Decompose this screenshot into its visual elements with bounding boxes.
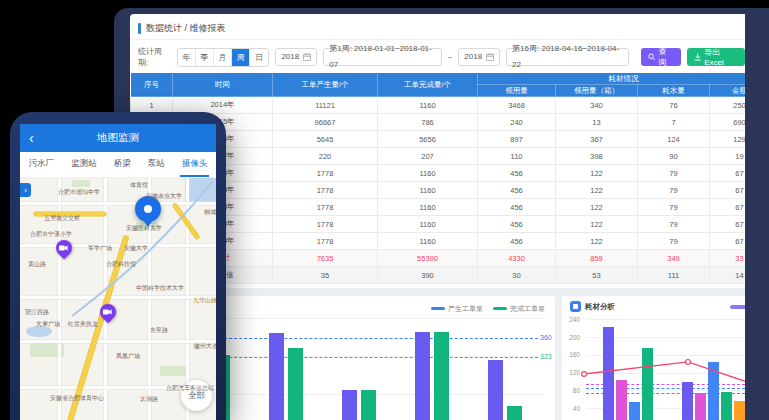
map-label: 大摩广场: [36, 320, 60, 329]
reference-line: [174, 338, 538, 339]
gridline: [586, 319, 745, 320]
period-option-月[interactable]: 月: [214, 49, 232, 66]
phone-tab-bar: 污水厂监测站桥梁泵站摄像头: [20, 152, 216, 178]
download-icon: [694, 53, 702, 61]
column-header: 工单完成量/个: [378, 73, 478, 97]
work-order-chart-legend: 产生工单量完成工单量: [431, 304, 545, 314]
y-axis-label: 120: [562, 369, 580, 376]
bar-产生工单量-3: [342, 390, 357, 420]
sub-column-header: 领用量（箱）: [556, 85, 638, 97]
map-label: 安徽省合肥体育中心: [50, 394, 104, 403]
filter-label: 统计周期:: [138, 46, 171, 68]
map-label: 安徽农业大学: [146, 192, 182, 201]
period-option-日[interactable]: 日: [250, 49, 268, 66]
y-axis-label: 240: [562, 316, 580, 323]
map-label: 安徽医科大学: [126, 224, 162, 233]
phone-mockup: ‹ 地图监测 污水厂监测站桥梁泵站摄像头: [10, 112, 226, 420]
chart-title-icon: [570, 301, 581, 312]
phone-app-title: 地图监测: [97, 131, 139, 145]
header-divider: [130, 39, 745, 40]
map-label: 合肥汽车客运总站: [166, 384, 214, 393]
bar-magenta-1: [616, 380, 627, 420]
filter-bar: 统计周期: 年季月周日 2018 第1周: 2018-01-01~2018-01…: [138, 46, 745, 68]
start-week-range[interactable]: 第1周: 2018-01-01~2018-01-07: [323, 48, 441, 66]
range-separator: ~: [448, 53, 453, 62]
legend-item[interactable]: 完成工单量: [493, 304, 545, 314]
breadcrumb: 数据统计 / 维修报表: [138, 21, 226, 35]
start-year-select[interactable]: 2018: [275, 48, 317, 66]
map-label: 望江西路: [25, 308, 49, 317]
sub-column-header: 领用量: [478, 85, 556, 97]
bar-产生工单量-4: [415, 332, 430, 420]
phone-screen: ‹ 地图监测 污水厂监测站桥梁泵站摄像头: [20, 124, 216, 420]
breadcrumb-text: 数据统计 / 维修报表: [146, 22, 226, 35]
back-chevron-icon[interactable]: ‹: [29, 131, 34, 145]
period-segmented-control: 年季月周日: [177, 48, 270, 67]
sub-column-header: 耗水量: [638, 85, 710, 97]
phone-tab-摄像头[interactable]: 摄像头: [180, 152, 210, 177]
phone-app-header: ‹ 地图监测: [20, 124, 216, 152]
end-week-range[interactable]: 第16周: 2018-04-16~2018-04-22: [506, 48, 629, 66]
phone-tab-桥梁[interactable]: 桥梁: [112, 152, 133, 177]
map-label: 九华山路: [193, 296, 216, 305]
y-axis-label: 80: [562, 387, 580, 394]
column-header: 工单产生量/个: [273, 73, 378, 97]
calendar-icon: [303, 53, 311, 61]
legend-item[interactable]: 产生工单量: [431, 304, 483, 314]
bar-green-1: [642, 348, 653, 420]
search-icon: [648, 53, 656, 61]
export-excel-button[interactable]: 导出Excel: [687, 48, 745, 66]
bar-产生工单量-2: [269, 333, 284, 420]
breadcrumb-accent-bar: [138, 23, 141, 34]
bar-blue-2: [708, 362, 719, 420]
column-header: 时间: [173, 73, 273, 97]
phone-tab-泵站[interactable]: 泵站: [146, 152, 167, 177]
bar-完成工单量-4: [434, 332, 449, 420]
y-axis-label: 160: [562, 351, 580, 358]
gridline: [174, 318, 543, 319]
period-option-季[interactable]: 季: [196, 49, 214, 66]
map-label: 体育馆: [130, 181, 148, 190]
map-label: 合肥市宁溪小学: [30, 230, 72, 239]
phone-tab-监测站[interactable]: 监测站: [69, 152, 99, 177]
phone-tab-污水厂[interactable]: 污水厂: [27, 152, 57, 177]
map-label: 太湖路: [140, 395, 158, 404]
bar-产生工单量-5: [488, 360, 503, 420]
map-label: 徽州大道: [194, 342, 216, 351]
bar-orange-2: [734, 401, 745, 420]
period-option-周[interactable]: 周: [232, 49, 250, 66]
y-axis-label: 40: [562, 405, 580, 412]
map-label: 黄山路: [28, 260, 46, 269]
map-label: 合肥科技馆: [106, 260, 136, 269]
drawer-handle[interactable]: ›: [20, 183, 31, 197]
period-option-年[interactable]: 年: [178, 49, 196, 66]
map-label: 安徽大学: [124, 244, 148, 253]
consumables-chart-title: 耗材分析: [585, 302, 615, 312]
bar-完成工单量-3: [361, 390, 376, 420]
y-axis-label: 200: [562, 334, 580, 341]
consumables-chart-legend[interactable]: [730, 305, 745, 309]
map-label: 合肥市琥珀中学: [58, 188, 100, 197]
calendar-icon: [486, 53, 494, 61]
end-year-select[interactable]: 2018: [458, 48, 500, 66]
map-label: 五里墩立交桥: [44, 214, 80, 223]
legend-swatch: [493, 307, 507, 310]
bar-blue-1: [629, 402, 640, 420]
bar-magenta-2: [695, 393, 706, 420]
bar-完成工单量-2: [288, 348, 303, 420]
map-label: 军学广场: [88, 244, 112, 253]
bar-完成工单量-5: [507, 406, 522, 420]
bar-green-2: [721, 392, 732, 420]
group-header: 耗材情况: [478, 73, 746, 85]
map-view[interactable]: › 全部 合肥市琥珀中学体育馆安徽农业大学五里墩立交桥桐城路合肥市宁溪小学安徽医…: [20, 178, 216, 420]
map-label: 桐城路: [204, 208, 216, 217]
map-label: 凤凰广场: [116, 352, 140, 361]
map-label: 红星美凯龙: [68, 320, 98, 329]
consumables-chart-card: 耗材分析 2402001601208040: [562, 296, 745, 420]
map-label: 中国科学技术大学: [136, 284, 184, 293]
reference-line-label: 360: [540, 334, 552, 341]
bar-purple-2: [682, 382, 693, 420]
query-button[interactable]: 查询: [641, 48, 681, 66]
column-header: 序号: [131, 73, 173, 97]
reference-line-label: 323: [540, 353, 552, 360]
